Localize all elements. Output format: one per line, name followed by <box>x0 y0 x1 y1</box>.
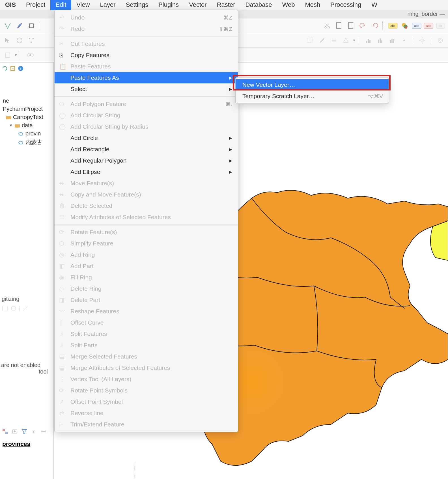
menubar-web[interactable]: Web <box>277 0 300 10</box>
menu-add-circle[interactable]: Add Circle▶ <box>55 132 238 144</box>
menu-reverse-line[interactable]: ⇄Reverse line <box>55 407 238 419</box>
eye-icon[interactable] <box>25 50 36 61</box>
menu-offset-point[interactable]: ↗Offset Point Symbol <box>55 396 238 407</box>
align-tool-icon[interactable] <box>329 35 339 46</box>
ab-gray-icon[interactable]: ab <box>435 20 446 31</box>
chip-icon[interactable] <box>26 20 37 31</box>
abc-blue-icon[interactable]: abc <box>411 20 422 31</box>
menu-paste-features-as[interactable]: Paste Features As▶ <box>55 72 238 83</box>
menubar-database[interactable]: Database <box>240 0 277 10</box>
refresh-tree-icon[interactable] <box>2 65 8 73</box>
menu-add-circular-string[interactable]: ◯Add Circular String <box>55 110 238 121</box>
panel-divider[interactable] <box>134 463 134 479</box>
quill-icon[interactable] <box>14 20 25 31</box>
menu-add-rectangle[interactable]: Add Rectangle▶ <box>55 144 238 155</box>
menu-delete-ring[interactable]: ◌Delete Ring <box>55 283 238 294</box>
menubar-mesh[interactable]: Mesh <box>300 0 326 10</box>
collapse-icon[interactable] <box>10 65 16 73</box>
node-icon[interactable] <box>26 35 37 46</box>
menu-copy-move[interactable]: ⬌Copy and Move Feature(s) <box>55 189 238 200</box>
page-icon[interactable] <box>334 20 344 31</box>
menu-trim-extend[interactable]: ⊢Trim/Extend Feature <box>55 419 238 430</box>
filter-icon[interactable] <box>21 428 29 436</box>
menubar-processing[interactable]: Processing <box>325 0 366 10</box>
tree-data[interactable]: ▼data <box>2 121 52 130</box>
menu-add-regular-polygon[interactable]: Add Regular Polygon▶ <box>55 155 238 166</box>
brush-tool-icon[interactable] <box>317 35 328 46</box>
abc-red-icon[interactable]: abc <box>423 20 434 31</box>
menu-merge-attributes[interactable]: ⬓Merge Attributes of Selected Features <box>55 362 238 374</box>
submenu-new-vector-layer[interactable]: New Vector Layer… <box>236 79 389 90</box>
box-icon[interactable] <box>2 50 13 61</box>
menubar-plugins[interactable]: Plugins <box>153 0 184 10</box>
menu-add-polygon[interactable]: ⬠Add Polygon Feature⌘. <box>55 98 238 110</box>
menu-delete-selected[interactable]: 🗑Delete Selected <box>55 200 238 212</box>
menu-add-ring[interactable]: ◎Add Ring <box>55 249 238 260</box>
menu-move-feature[interactable]: ⬌Move Feature(s) <box>55 178 238 189</box>
menu-merge-features[interactable]: ⬓Merge Selected Features <box>55 351 238 362</box>
submenu-arrow-icon: ▶ <box>229 147 232 152</box>
expression-icon[interactable]: ε <box>31 428 38 436</box>
dig-tool-icon[interactable] <box>10 305 17 313</box>
pan-icon[interactable] <box>14 35 25 46</box>
sel-tool-icon[interactable] <box>305 35 316 46</box>
menubar-vector[interactable]: Vector <box>184 0 212 10</box>
menubar-edit[interactable]: Edit <box>50 0 71 10</box>
menu-copy-features[interactable]: ⎘Copy Features <box>55 49 238 61</box>
dig-tool-icon[interactable] <box>22 305 29 313</box>
layer-list-icon[interactable] <box>40 428 48 436</box>
menu-split-features[interactable]: ⫽Split Features <box>55 328 238 340</box>
redo-toolbar-icon[interactable] <box>369 20 380 31</box>
menu-reshape[interactable]: 〰Reshape Features <box>55 306 238 317</box>
menu-add-ellipse[interactable]: Add Ellipse▶ <box>55 166 238 178</box>
menubar-w[interactable]: W <box>366 0 382 10</box>
hist-icon[interactable] <box>363 35 374 46</box>
tree-ne[interactable]: ne <box>2 97 52 105</box>
menubar-layer[interactable]: Layer <box>95 0 121 10</box>
info-icon[interactable]: i <box>18 65 24 73</box>
menubar-view[interactable]: View <box>71 0 95 10</box>
shape-tool-icon[interactable] <box>341 35 351 46</box>
layer-provinces[interactable]: provinces <box>1 440 31 448</box>
scissors-icon[interactable] <box>322 20 333 31</box>
menu-offset-curve[interactable]: ∥Offset Curve <box>55 317 238 328</box>
dig-tool-icon[interactable] <box>2 305 8 313</box>
menubar-raster[interactable]: Raster <box>212 0 240 10</box>
menubar-settings[interactable]: Settings <box>121 0 154 10</box>
abc-yellow-icon[interactable]: abc <box>387 20 398 31</box>
style-icon[interactable] <box>2 428 10 436</box>
tree-pycharm[interactable]: PycharmProject <box>2 105 52 113</box>
menu-rotate[interactable]: ⟳Rotate Feature(s) <box>55 226 238 238</box>
tree-provin[interactable]: provin <box>2 130 52 138</box>
menu-cut-features[interactable]: ✂Cut Features <box>55 38 238 49</box>
v-icon[interactable] <box>2 20 13 31</box>
tree-cartopy[interactable]: CartopyTest <box>2 113 52 121</box>
menu-rotate-point[interactable]: ⟳Rotate Point Symbols <box>55 385 238 396</box>
menu-modify-attributes[interactable]: ☰Modify Attributes of Selected Features <box>55 212 238 223</box>
menu-fill-ring[interactable]: ◉Fill Ring <box>55 272 238 283</box>
dot-tool-icon[interactable] <box>399 35 410 46</box>
menu-undo[interactable]: ↶Undo⌘Z <box>55 12 238 23</box>
color-circle-icon[interactable] <box>399 20 410 31</box>
submenu-temp-scratch-layer[interactable]: Temporary Scratch Layer…⌥⌘V <box>236 90 389 102</box>
menu-vertex-tool[interactable]: ⋮Vertex Tool (All Layers) <box>55 374 238 385</box>
hist2-icon[interactable] <box>375 35 386 46</box>
target-icon[interactable] <box>435 35 446 46</box>
menu-add-part[interactable]: ◧Add Part <box>55 260 238 272</box>
menu-add-circular-radius[interactable]: ◯Add Circular String by Radius <box>55 121 238 132</box>
menubar-app[interactable]: GIS <box>0 0 21 10</box>
hist3-icon[interactable] <box>387 35 398 46</box>
undo-toolbar-icon[interactable] <box>357 20 368 31</box>
menu-paste-features[interactable]: 📋Paste Features <box>55 61 238 72</box>
menu-redo[interactable]: ↷Redo⇧⌘Z <box>55 23 238 34</box>
menu-select[interactable]: Select▶ <box>55 83 238 95</box>
menu-split-parts[interactable]: ⫽Split Parts <box>55 340 238 351</box>
cursor-icon[interactable] <box>2 35 13 46</box>
page2-icon[interactable] <box>346 20 356 31</box>
menu-delete-part[interactable]: ◨Delete Part <box>55 294 238 306</box>
add-group-icon[interactable]: + <box>11 428 19 436</box>
menubar-project[interactable]: Project <box>21 0 50 10</box>
sun-icon[interactable] <box>417 35 428 46</box>
tree-neimeng[interactable]: 内蒙古 <box>2 138 52 147</box>
menu-simplify[interactable]: ⬡Simplify Feature <box>55 238 238 249</box>
